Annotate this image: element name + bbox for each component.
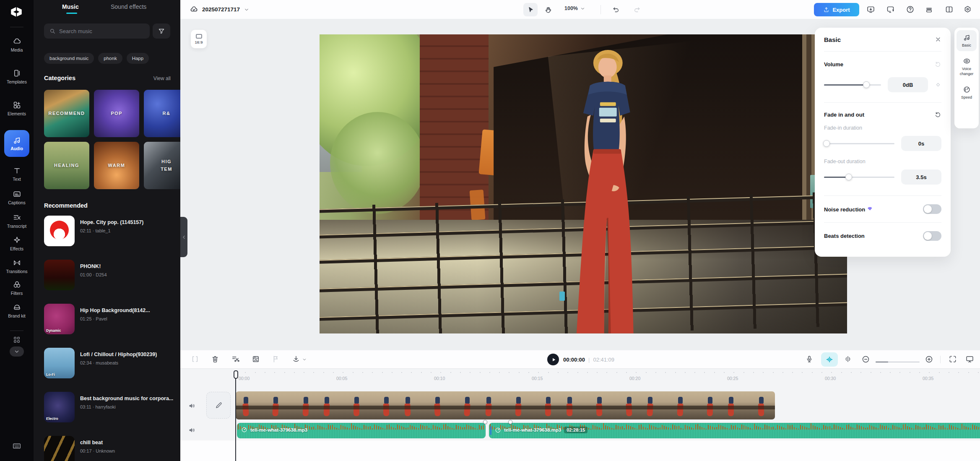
timeline-zoom-out-button[interactable] [861, 355, 870, 364]
inspector-tab-basic[interactable]: Basic [957, 30, 977, 51]
project-name-group[interactable]: 202507271717 [190, 5, 250, 14]
ruler-label: 00:25 [727, 376, 738, 381]
audio-split-button[interactable] [844, 355, 852, 363]
inspector-tab-voice-changer[interactable]: Voice changer [957, 54, 977, 80]
elements-icon [13, 101, 21, 109]
search-input[interactable]: Search music [44, 23, 150, 39]
category-tile-rnb[interactable]: R& [144, 90, 180, 137]
sidebar-item-transitions[interactable]: Transitions [0, 258, 34, 274]
volume-reset-icon[interactable] [934, 61, 941, 68]
ruler-tick [841, 372, 842, 373]
volume-slider[interactable] [824, 81, 881, 88]
tab-sound-effects[interactable]: Sound effects [111, 3, 146, 10]
music-track-item[interactable]: ElectroBest background music for corpora… [44, 392, 174, 436]
video-thumbnail-frame [586, 391, 613, 419]
delete-button[interactable] [211, 355, 219, 363]
sidebar-item-transcript[interactable]: Transcript [0, 213, 34, 229]
marker-flag-button[interactable] [272, 355, 280, 363]
help-button[interactable] [906, 5, 915, 14]
zoom-level-dropdown[interactable]: 100% [564, 5, 585, 11]
fade-in-slider[interactable] [824, 140, 894, 147]
music-track-item[interactable]: PHONK!01:00 · D254 [44, 260, 174, 304]
cover-frame-button[interactable] [252, 355, 260, 363]
video-track-mute-button[interactable] [188, 402, 196, 410]
sidebar-item-captions[interactable]: Captions [0, 190, 34, 205]
smart-cut-button[interactable] [231, 355, 239, 363]
fade-reset-icon[interactable] [934, 111, 941, 118]
sidebar-item-text[interactable]: Text [0, 166, 34, 182]
export-button[interactable]: Export [814, 3, 859, 16]
tab-music[interactable]: Music [62, 3, 79, 10]
category-tile-pop[interactable]: POP [94, 90, 139, 137]
capcut-logo-icon[interactable] [9, 5, 23, 19]
settings-button[interactable] [963, 5, 972, 14]
noise-reduction-toggle[interactable] [923, 204, 941, 214]
playhead-handle[interactable] [234, 370, 238, 379]
music-track-item[interactable]: BCDStudiochill beat00:17 · Unknown [44, 436, 174, 461]
sidebar-item-audio[interactable]: Audio [4, 130, 29, 157]
keyframe-diamond-icon[interactable] [935, 81, 941, 88]
music-track-item[interactable]: DynamicHip Hop Background(8142...01:25 ·… [44, 304, 174, 348]
close-icon[interactable] [935, 36, 941, 43]
hand-tool-button[interactable] [541, 3, 555, 16]
audio-clip-1[interactable]: tell-me-what-379638.mp3 [237, 423, 486, 438]
category-tile-hightemp[interactable]: HIGTEM [144, 142, 180, 189]
filter-button[interactable] [153, 23, 170, 39]
split-clip-button[interactable] [191, 355, 199, 363]
sidebar-item-filters[interactable]: Filters [0, 280, 34, 296]
panel-collapse-handle[interactable] [180, 217, 187, 257]
timeline-zoom-in-button[interactable] [925, 355, 933, 364]
fade-out-handle[interactable] [483, 420, 487, 424]
download-button[interactable] [292, 355, 300, 363]
archive-button[interactable] [925, 5, 933, 14]
play-button[interactable] [547, 354, 559, 365]
voiceover-mic-button[interactable] [805, 355, 814, 363]
video-track-clip[interactable] [236, 391, 775, 419]
audio-clip-2-name: tell-me-what-379638.mp3 [504, 427, 561, 432]
fade-in-handle[interactable] [508, 420, 512, 424]
video-thumbnail-frame [290, 391, 317, 419]
inspector-tab-speed[interactable]: Speed [957, 82, 977, 103]
sidebar-item-templates[interactable]: Templates [0, 69, 34, 84]
sidebar-item-brand-kit[interactable]: Brand kit [0, 303, 34, 318]
undo-button[interactable] [609, 3, 623, 16]
view-all-link[interactable]: View all [153, 76, 171, 81]
sidebar-item-media[interactable]: Media [0, 37, 34, 52]
sidebar-item-label: Audio [2, 146, 31, 151]
tag-chip[interactable]: background music [44, 53, 94, 64]
edit-cover-button[interactable] [206, 392, 231, 419]
category-tile-warm[interactable]: WARM [94, 142, 139, 189]
apps-button[interactable] [0, 336, 34, 344]
playhead-line[interactable] [235, 371, 236, 461]
auto-beats-button[interactable] [821, 352, 838, 367]
fit-timeline-button[interactable] [949, 355, 957, 363]
fade-out-slider[interactable] [824, 174, 894, 180]
collapse-nav-button[interactable] [0, 346, 34, 357]
preview-display-button[interactable] [965, 355, 974, 364]
sidebar-item-effects[interactable]: Effects [0, 236, 34, 251]
ruler-label: 00:35 [923, 376, 933, 381]
redo-button[interactable] [630, 3, 644, 16]
tag-chip[interactable]: phonk [98, 53, 122, 64]
beats-detection-toggle[interactable] [923, 231, 941, 241]
music-track-item[interactable]: Hope. City pop. (1145157)02:11 · table_1 [44, 216, 174, 260]
keyboard-shortcuts-button[interactable] [0, 441, 34, 451]
audio-track-mute-button[interactable] [188, 426, 196, 434]
volume-value[interactable]: 0dB [888, 77, 928, 92]
timeline-area[interactable]: 00:0000:0500:1000:1500:2000:2500:3000:35… [180, 369, 980, 461]
category-tile-healing[interactable]: HEALING [44, 142, 89, 189]
cursor-tool-button[interactable] [523, 3, 538, 16]
fade-out-value[interactable]: 3.5s [901, 169, 941, 185]
mirror-to-device-button[interactable] [866, 5, 875, 14]
audio-clip-2[interactable]: tell-me-what-379638.mp3 02:28:15 [489, 423, 980, 438]
aspect-ratio-button[interactable]: 16:9 [191, 30, 207, 48]
privacy-device-button[interactable] [886, 5, 895, 14]
fade-in-value[interactable]: 0s [901, 136, 941, 151]
video-preview[interactable] [320, 34, 847, 333]
layout-panels-button[interactable] [945, 5, 954, 14]
download-chevron[interactable] [302, 357, 307, 362]
tag-chip[interactable]: Happ [127, 53, 149, 64]
sidebar-item-elements[interactable]: Elements [0, 101, 34, 116]
music-track-item[interactable]: Lo-FiLofi / Chillout / Hiphop(930239)02:… [44, 348, 174, 392]
category-tile-recommend[interactable]: RECOMMEND [44, 90, 89, 137]
